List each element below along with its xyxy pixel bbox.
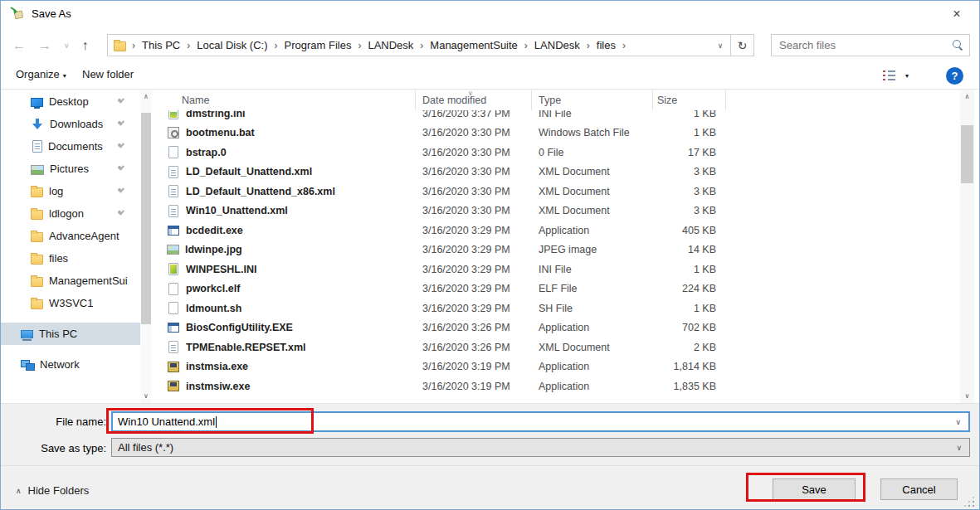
sidebar-scrollbar[interactable]: ∧ ∨	[140, 90, 152, 403]
sidebar-item-files[interactable]: files	[1, 247, 140, 270]
scrollbar-thumb[interactable]	[961, 125, 973, 183]
address-bar[interactable]: › This PC › Local Disk (C:) › Program Fi…	[107, 34, 754, 56]
file-date: 3/16/2020 3:30 PM	[416, 147, 532, 158]
organize-button[interactable]: Organize▾	[16, 68, 66, 80]
breadcrumb-item[interactable]: This PC	[136, 39, 186, 51]
chevron-down-icon[interactable]: ∨	[956, 444, 962, 452]
address-dropdown-icon[interactable]: ∨	[710, 41, 730, 50]
file-size: 3 KB	[653, 205, 726, 216]
breadcrumb-item[interactable]: Local Disk (C:)	[191, 39, 273, 51]
sidebar-item-ldlogon[interactable]: ldlogon	[1, 202, 140, 225]
command-toolbar: Organize▾ New folder ▾	[1, 62, 979, 90]
sidebar-item-log[interactable]: log	[1, 180, 140, 202]
help-button[interactable]: ?	[946, 67, 963, 85]
column-header-size[interactable]: Size	[653, 90, 726, 110]
file-date: 3/16/2020 3:30 PM	[416, 127, 532, 138]
sidebar-item-documents[interactable]: Documents	[1, 135, 140, 158]
chevron-down-icon[interactable]: ∨	[955, 418, 961, 426]
sidebar-item-network[interactable]: Network	[1, 353, 140, 376]
table-row[interactable]: bcdedit.exe 3/16/2020 3:29 PM Applicatio…	[154, 221, 960, 240]
search-input[interactable]	[772, 35, 948, 56]
file-size: 1 KB	[653, 264, 726, 275]
window-title: Save As	[32, 7, 71, 20]
file-date: 3/16/2020 3:30 PM	[416, 205, 532, 216]
table-row[interactable]: instmsiw.exe 3/16/2020 3:19 PM Applicati…	[154, 376, 960, 396]
change-view-button[interactable]: ▾	[883, 70, 909, 80]
table-row[interactable]: bstrap.0 3/16/2020 3:30 PM 0 File 17 KB	[154, 143, 960, 163]
save-as-type-select[interactable]: All files (*.*) ∨	[111, 438, 970, 457]
scroll-up-icon[interactable]: ∧	[140, 90, 152, 104]
file-size: 1 KB	[653, 110, 726, 119]
file-list-scrollbar[interactable]: ∧ ∨	[960, 90, 974, 403]
sidebar-item-managementsuite[interactable]: ManagementSui	[1, 270, 140, 292]
breadcrumb-item[interactable]: LANDesk	[362, 39, 419, 51]
file-icon	[168, 362, 179, 372]
save-as-icon	[10, 7, 25, 20]
new-folder-button[interactable]: New folder	[82, 68, 134, 80]
file-name: WINPESHL.INI	[186, 264, 256, 275]
refresh-icon[interactable]: ↻	[731, 39, 753, 52]
recent-locations-icon[interactable]: ∨	[64, 41, 70, 50]
table-row[interactable]: LD_Default_Unattend.xml 3/16/2020 3:30 P…	[154, 163, 960, 182]
table-row[interactable]: ldmount.sh 3/16/2020 3:29 PM SH File 1 K…	[154, 299, 960, 318]
table-row[interactable]: pworkcl.elf 3/16/2020 3:29 PM ELF File 2…	[154, 279, 960, 299]
file-date: 3/16/2020 3:29 PM	[416, 225, 532, 236]
address-folder-icon	[114, 41, 126, 51]
table-row[interactable]: LD_Default_Unattend_x86.xml 3/16/2020 3:…	[154, 182, 960, 202]
file-name: LD_Default_Unattend.xml	[186, 166, 312, 177]
forward-icon[interactable]: →	[38, 38, 51, 53]
breadcrumb-item[interactable]: ManagementSuite	[424, 39, 524, 51]
file-size: 3 KB	[653, 166, 726, 177]
file-date: 3/16/2020 3:19 PM	[416, 361, 532, 372]
sidebar-item-advanceagent[interactable]: AdvanceAgent	[1, 225, 140, 247]
up-icon[interactable]: ↑	[82, 38, 89, 53]
annotation-save-box	[746, 473, 865, 502]
close-button[interactable]: ×	[945, 5, 968, 23]
sidebar-item-downloads[interactable]: Downloads	[1, 113, 140, 135]
back-icon[interactable]: ←	[12, 38, 26, 53]
file-type: Application	[532, 361, 653, 372]
table-row[interactable]: WINPESHL.INI 3/16/2020 3:29 PM INI File …	[154, 260, 960, 279]
table-row[interactable]: Win10_Unattend.xml 3/16/2020 3:30 PM XML…	[154, 202, 960, 221]
network-icon	[21, 358, 34, 372]
file-name-label: File name:	[26, 415, 106, 428]
scroll-up-icon[interactable]: ∧	[960, 90, 974, 104]
file-rows: dmstring.ini 3/16/2020 3:37 PM INI File …	[154, 110, 960, 403]
column-header-type[interactable]: Type	[532, 90, 653, 110]
sidebar-item-pictures[interactable]: Pictures	[1, 158, 140, 180]
file-name: bcdedit.exe	[186, 225, 243, 236]
save-as-type-label: Save as type:	[24, 442, 106, 454]
sidebar-item-thispc[interactable]: This PC	[1, 323, 140, 345]
title-bar: Save As	[1, 1, 979, 26]
file-size: 702 KB	[653, 322, 726, 333]
breadcrumb-separator-icon[interactable]: ›	[622, 40, 627, 51]
scrollbar-thumb[interactable]	[141, 113, 151, 324]
hide-folders-button[interactable]: ∧ Hide Folders	[16, 484, 89, 497]
sidebar-item-desktop[interactable]: Desktop	[1, 90, 140, 113]
column-header-date-modified[interactable]: Date modified	[416, 90, 532, 110]
sidebar-item-label: AdvanceAgent	[49, 230, 119, 242]
sidebar-item-w3svc1[interactable]: W3SVC1	[1, 292, 140, 314]
breadcrumb-item[interactable]: files	[591, 39, 622, 51]
sidebar-item-label: This PC	[39, 328, 77, 340]
table-row[interactable]: dmstring.ini 3/16/2020 3:37 PM INI File …	[154, 110, 960, 124]
table-row[interactable]: BiosConfigUtility.EXE 3/16/2020 3:26 PM …	[154, 318, 960, 338]
file-date: 3/16/2020 3:29 PM	[416, 283, 532, 294]
organize-caret-icon: ▾	[63, 72, 66, 80]
breadcrumb-item[interactable]: LANDesk	[529, 39, 586, 51]
search-icon[interactable]	[953, 40, 963, 51]
resize-grip[interactable]	[973, 505, 974, 507]
scroll-down-icon[interactable]: ∨	[140, 390, 152, 403]
navigation-buttons: ← → ∨ ↑	[12, 34, 89, 56]
file-type: JPEG image	[532, 244, 653, 255]
table-row[interactable]: ldwinpe.jpg 3/16/2020 3:29 PM JPEG image…	[154, 240, 960, 260]
table-row[interactable]: bootmenu.bat 3/16/2020 3:30 PM Windows B…	[154, 124, 960, 143]
scroll-down-icon[interactable]: ∨	[960, 390, 974, 403]
file-name: instmsia.exe	[186, 361, 248, 372]
breadcrumb-item[interactable]: Program Files	[278, 39, 357, 51]
table-row[interactable]: TPMEnable.REPSET.xml 3/16/2020 3:26 PM X…	[154, 338, 960, 357]
column-header-name[interactable]: Name	[154, 90, 416, 110]
organize-label: Organize	[16, 68, 60, 80]
table-row[interactable]: instmsia.exe 3/16/2020 3:19 PM Applicati…	[154, 357, 960, 377]
cancel-button[interactable]: Cancel	[880, 478, 958, 500]
